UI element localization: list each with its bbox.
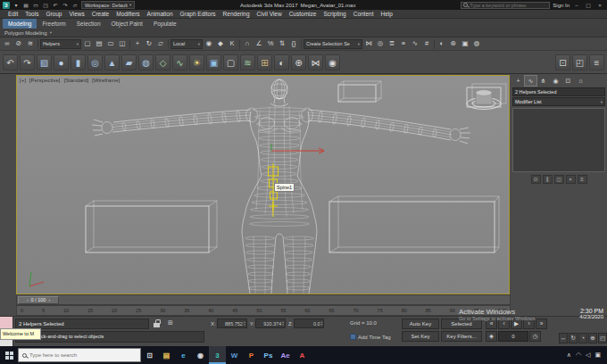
helper-boxes[interactable]: [86, 81, 506, 252]
search-input[interactable]: [470, 3, 547, 8]
menu-item[interactable]: Help: [377, 10, 395, 19]
polygon-modeling-panel[interactable]: Polygon Modeling: [4, 30, 47, 36]
timeline-tick[interactable]: 100: [498, 308, 506, 313]
acrobat-app-icon[interactable]: A: [294, 346, 311, 364]
selection-set-dropdown[interactable]: Selected: [441, 318, 482, 329]
redo-view-icon[interactable]: ↷: [20, 54, 35, 70]
open-file-icon[interactable]: ▭: [32, 2, 39, 8]
time-slider-handle[interactable]: ‹ 0 / 100 ›: [18, 296, 59, 304]
y-position-field[interactable]: 920.374 ▴▾: [255, 318, 286, 328]
timeline-tick[interactable]: 5: [42, 308, 45, 313]
schematic-view-icon[interactable]: #: [421, 38, 432, 49]
timeline-tick[interactable]: 70: [353, 308, 359, 313]
project-folder-icon[interactable]: ▱: [71, 2, 79, 8]
modify-tab-icon[interactable]: ∿: [525, 76, 536, 86]
start-button[interactable]: [0, 346, 18, 364]
menu-item[interactable]: Scripting: [320, 10, 349, 19]
configure-modifier-sets-button[interactable]: ≡: [578, 175, 587, 184]
percent-snap-icon[interactable]: %: [265, 38, 276, 49]
select-object-icon[interactable]: ▢: [82, 38, 93, 49]
cylinder-primitive-icon[interactable]: ▮: [71, 54, 86, 70]
viewport-scene[interactable]: [17, 76, 509, 294]
menu-item[interactable]: Animation: [144, 10, 177, 19]
light-icon[interactable]: ☀: [189, 54, 204, 70]
rendered-frame-window-icon[interactable]: ▣: [460, 38, 470, 49]
splines-icon[interactable]: ∿: [172, 54, 187, 70]
modifier-stack[interactable]: [512, 108, 605, 172]
shapes-icon[interactable]: ◇: [155, 54, 170, 70]
auto-key-button[interactable]: Auto Key: [402, 318, 439, 329]
after-effects-app-icon[interactable]: Ae: [277, 346, 294, 364]
timeline-tick[interactable]: 20: [112, 308, 117, 313]
menu-item[interactable]: Rendering: [220, 10, 254, 19]
taskbar-search[interactable]: [18, 348, 141, 362]
layer-manager-icon[interactable]: ≣: [387, 38, 397, 49]
application-menu-icon[interactable]: ▾: [12, 2, 20, 8]
timeline-tick[interactable]: 10: [63, 308, 69, 313]
key-mode-toggle[interactable]: ◈: [486, 331, 497, 342]
word-app-icon[interactable]: W: [226, 346, 243, 364]
action-center-icon[interactable]: ▣: [595, 352, 601, 359]
close-button[interactable]: ×: [595, 3, 604, 8]
file-explorer-icon[interactable]: ▤: [158, 346, 175, 364]
timeline-tick[interactable]: 45: [232, 308, 237, 313]
key-filters-button[interactable]: Key Filters...: [441, 331, 482, 342]
timeline-tick[interactable]: 25: [136, 308, 141, 313]
menu-item[interactable]: Content: [350, 10, 378, 19]
pivot-tool-icon[interactable]: ◉: [325, 54, 340, 70]
camera-icon[interactable]: ▣: [206, 54, 221, 70]
timeline-tick[interactable]: 15: [87, 308, 93, 313]
timeline-tick[interactable]: 90: [450, 308, 455, 313]
selection-lock-toggle[interactable]: [154, 319, 161, 327]
menu-item[interactable]: Edit: [4, 10, 21, 19]
system-clock[interactable]: 2:30 PM 4/23/2020: [548, 308, 603, 319]
infocenter-search[interactable]: [461, 2, 550, 9]
zoom-button[interactable]: ⊕: [588, 333, 597, 343]
edge-browser-icon[interactable]: e: [175, 346, 192, 364]
task-view-button[interactable]: ⊡: [141, 346, 158, 364]
pan-view-button[interactable]: ↔: [559, 333, 568, 343]
viewport-pov-menu[interactable]: [Perspective]: [29, 78, 61, 83]
viewport-standard-menu[interactable]: [Standard]: [64, 78, 89, 83]
tab-modeling[interactable]: Modeling: [3, 19, 37, 29]
select-and-move-icon[interactable]: +: [132, 38, 143, 49]
hidden-icons-chevron-icon[interactable]: ∧: [567, 352, 571, 359]
viewport-general-menu[interactable]: [+]: [20, 78, 26, 83]
undo-view-icon[interactable]: ↶: [3, 54, 18, 70]
toolbar-overflow-icon[interactable]: ≡: [589, 54, 604, 70]
teapot-primitive-icon[interactable]: ◍: [138, 54, 154, 70]
named-selection-set-dropdown[interactable]: Create Selection Se ▾: [304, 39, 362, 49]
use-pivot-point-icon[interactable]: ◉: [204, 38, 214, 49]
spinner-icon[interactable]: ▴▾: [282, 321, 285, 327]
helper-icon[interactable]: ▢: [223, 54, 238, 70]
menu-item[interactable]: Graph Editors: [177, 10, 220, 19]
redo-icon[interactable]: ↷: [62, 2, 69, 8]
space-warp-icon[interactable]: ≋: [240, 54, 255, 70]
tab-freeform[interactable]: Freeform: [37, 19, 71, 29]
create-tab-icon[interactable]: +: [512, 76, 524, 86]
minimize-button[interactable]: –: [572, 3, 581, 8]
volume-icon[interactable]: ◁: [586, 352, 590, 359]
next-frame-button[interactable]: ›: [523, 318, 535, 329]
go-to-start-button[interactable]: «: [486, 318, 497, 329]
timeline-tick[interactable]: 75: [378, 308, 383, 313]
spinner-icon[interactable]: ▴▾: [244, 321, 246, 327]
menu-item[interactable]: Create: [88, 10, 113, 19]
timeline-tick[interactable]: 80: [402, 308, 407, 313]
tab-populate[interactable]: Populate: [148, 19, 182, 29]
previous-frame-button[interactable]: ‹: [498, 318, 510, 329]
timeline-tick[interactable]: 60: [304, 308, 310, 313]
isolate-selection-icon[interactable]: ⊡: [555, 54, 570, 70]
selection-region-icon[interactable]: ▭: [105, 38, 116, 49]
mirror-icon[interactable]: ⋈: [363, 38, 374, 49]
torus-primitive-icon[interactable]: ◎: [87, 54, 103, 70]
timeline-tick[interactable]: 95: [474, 308, 479, 313]
keyboard-override-icon[interactable]: K: [227, 38, 237, 49]
timeline-tick[interactable]: 50: [256, 308, 262, 313]
select-by-name-icon[interactable]: ▤: [94, 38, 104, 49]
timeline-tick[interactable]: 40: [208, 308, 213, 313]
reference-coordinate-dropdown[interactable]: Local ▾: [170, 39, 203, 49]
absolute-offset-toggle[interactable]: ⊞: [166, 318, 175, 327]
align-icon[interactable]: ◎: [375, 38, 386, 49]
time-configuration-button[interactable]: ◷: [529, 331, 541, 342]
